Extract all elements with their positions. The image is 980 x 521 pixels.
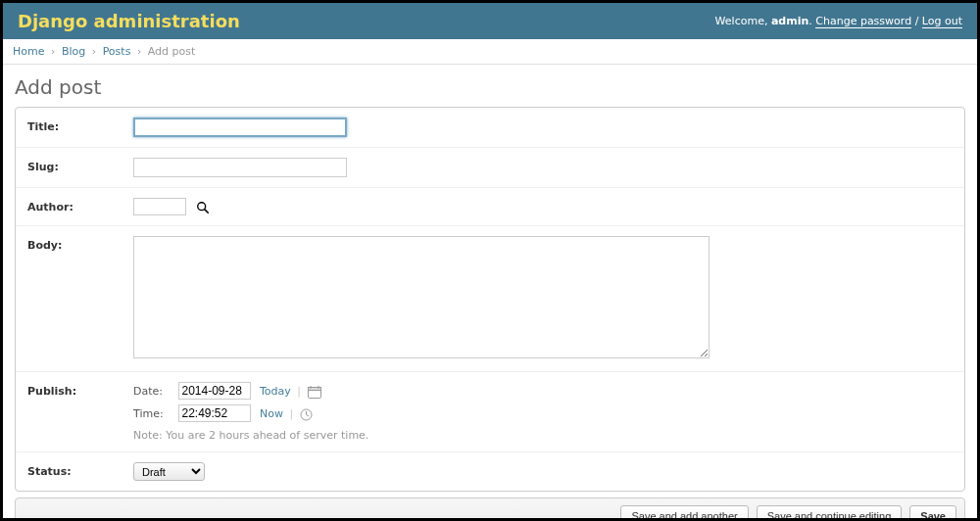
publish-date-sublabel: Date:	[133, 385, 171, 398]
welcome-prefix: Welcome,	[715, 15, 771, 27]
row-slug: Slug:	[16, 148, 964, 188]
clock-icon[interactable]	[300, 407, 313, 421]
publish-time-input[interactable]	[178, 404, 251, 422]
breadcrumb-model[interactable]: Posts	[103, 45, 131, 58]
breadcrumb-home[interactable]: Home	[13, 45, 44, 58]
body-label: Body:	[27, 236, 133, 252]
branding-title: Django administration	[18, 11, 240, 31]
author-input[interactable]	[133, 198, 186, 215]
change-password-link[interactable]: Change password	[815, 15, 911, 28]
publish-time-sublabel: Time:	[133, 407, 171, 420]
search-icon[interactable]	[196, 201, 210, 214]
author-label: Author:	[27, 198, 133, 213]
breadcrumb-sep: ›	[92, 45, 96, 58]
title-label: Title:	[27, 118, 133, 133]
today-link[interactable]: Today	[260, 385, 291, 398]
breadcrumb: Home › Blog › Posts › Add post	[3, 39, 977, 65]
title-input[interactable]	[133, 118, 347, 137]
status-label: Status:	[27, 462, 133, 478]
status-select[interactable]: Draft	[133, 462, 205, 481]
breadcrumb-sep: ›	[51, 45, 55, 58]
row-status: Status: Draft	[16, 452, 964, 491]
publish-date-input[interactable]	[178, 382, 251, 400]
user-tools: Welcome, admin. Change password / Log ou…	[715, 15, 962, 27]
page-title: Add post	[15, 75, 965, 99]
row-author: Author:	[16, 188, 964, 226]
now-link[interactable]: Now	[260, 407, 283, 420]
logout-link[interactable]: Log out	[922, 15, 962, 28]
save-button[interactable]	[909, 505, 956, 521]
svg-line-1	[204, 210, 207, 213]
save-continue-button[interactable]	[757, 505, 903, 521]
slug-input[interactable]	[133, 158, 347, 177]
timezone-note: Note: You are 2 hours ahead of server ti…	[133, 429, 953, 442]
slug-label: Slug:	[27, 158, 133, 173]
save-add-another-button[interactable]	[620, 505, 748, 521]
breadcrumb-current: Add post	[148, 45, 196, 58]
body-textarea[interactable]	[133, 236, 710, 358]
svg-rect-3	[308, 387, 320, 390]
row-title: Title:	[16, 108, 964, 148]
username: admin	[771, 15, 808, 27]
calendar-icon[interactable]	[308, 385, 321, 399]
publish-label: Publish:	[27, 382, 133, 398]
row-body: Body:	[16, 226, 964, 372]
admin-header: Django administration Welcome, admin. Ch…	[3, 3, 977, 39]
submit-row	[15, 497, 965, 521]
main-fieldset: Title: Slug: Author: Body:	[15, 107, 965, 492]
row-publish: Publish: Date: Today | Time: Now |	[16, 372, 964, 452]
breadcrumb-sep: ›	[137, 45, 141, 58]
breadcrumb-app[interactable]: Blog	[62, 45, 85, 58]
